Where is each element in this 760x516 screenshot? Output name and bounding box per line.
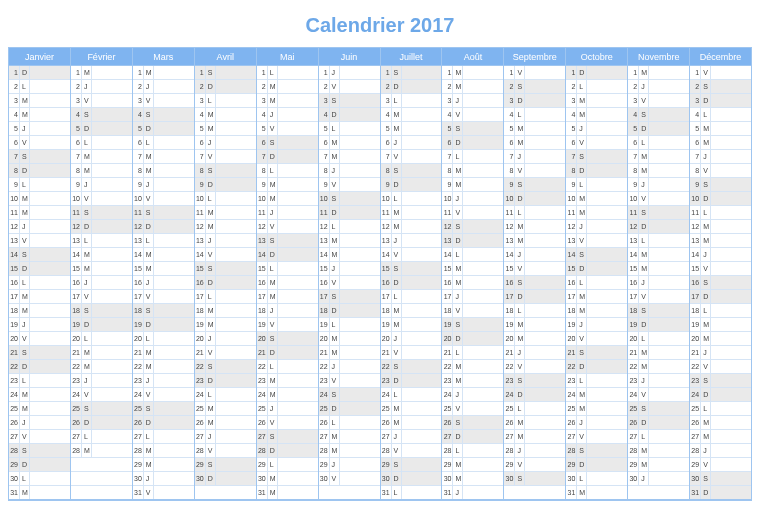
day-number: 2	[504, 80, 515, 93]
day-of-week: M	[392, 122, 402, 135]
day-cell: 2J	[628, 80, 689, 94]
day-cell: 29D	[566, 458, 627, 472]
day-cell: 18M	[566, 304, 627, 318]
day-of-week: J	[453, 94, 463, 107]
day-of-week: V	[20, 430, 30, 443]
day-cell: 16D	[195, 276, 256, 290]
day-cell: 20V	[566, 332, 627, 346]
day-number: 2	[442, 80, 453, 93]
day-of-week: J	[701, 150, 711, 163]
day-number: 20	[9, 332, 20, 345]
day-content	[92, 220, 132, 233]
day-cell: 17D	[504, 290, 565, 304]
day-content	[216, 150, 256, 163]
day-cell: 5M	[690, 122, 751, 136]
day-number: 7	[71, 150, 82, 163]
day-of-week: M	[577, 304, 587, 317]
day-cell: 21J	[690, 346, 751, 360]
day-number: 22	[133, 360, 144, 373]
day-cell: 21L	[442, 346, 503, 360]
day-content	[278, 304, 318, 317]
day-of-week: V	[330, 80, 340, 93]
month-column: Septembre1V2S3D4L5M6M7J8V9S10D11L12M13M1…	[504, 48, 566, 500]
day-content	[30, 248, 70, 261]
day-number: 13	[690, 234, 701, 247]
day-number: 8	[442, 164, 453, 177]
day-number: 15	[442, 262, 453, 275]
day-cell: 4M	[381, 108, 442, 122]
day-content	[587, 374, 627, 387]
day-of-week: S	[701, 80, 711, 93]
day-cell: 16S	[690, 276, 751, 290]
day-of-week: D	[206, 80, 216, 93]
day-content	[92, 430, 132, 443]
day-of-week: J	[206, 430, 216, 443]
day-of-week: D	[639, 220, 649, 233]
day-cell: 9D	[195, 178, 256, 192]
day-of-week: M	[20, 192, 30, 205]
day-content	[649, 346, 689, 359]
day-of-week: S	[639, 206, 649, 219]
day-cell: 26L	[319, 416, 380, 430]
day-of-week: S	[392, 164, 402, 177]
day-number: 25	[566, 402, 577, 415]
day-of-week: M	[577, 388, 587, 401]
day-content	[525, 66, 565, 79]
day-content	[525, 402, 565, 415]
day-of-week: M	[330, 346, 340, 359]
day-content	[340, 80, 380, 93]
day-of-week: D	[392, 276, 402, 289]
day-number: 18	[71, 304, 82, 317]
day-number: 15	[195, 262, 206, 275]
day-number: 8	[257, 164, 268, 177]
day-of-week: D	[577, 360, 587, 373]
day-number: 13	[257, 234, 268, 247]
day-of-week: S	[20, 444, 30, 457]
day-cell: 6J	[381, 136, 442, 150]
day-content	[92, 122, 132, 135]
day-of-week: D	[268, 248, 278, 261]
day-of-week: S	[639, 304, 649, 317]
day-cell: 31L	[381, 486, 442, 500]
day-cell: 19D	[133, 318, 194, 332]
day-of-week: D	[701, 192, 711, 205]
day-cell: 24M	[9, 388, 70, 402]
day-cell: 22D	[566, 360, 627, 374]
day-number: 18	[566, 304, 577, 317]
day-content	[649, 458, 689, 471]
day-content	[463, 234, 503, 247]
day-number: 27	[566, 430, 577, 443]
day-cell: 2M	[442, 80, 503, 94]
day-cell: 1D	[9, 66, 70, 80]
day-of-week: S	[515, 374, 525, 387]
day-number: 2	[628, 80, 639, 93]
day-of-week: L	[144, 332, 154, 345]
day-of-week: D	[330, 304, 340, 317]
day-content	[340, 304, 380, 317]
day-content	[711, 262, 751, 275]
day-number: 13	[9, 234, 20, 247]
day-number: 3	[9, 94, 20, 107]
day-of-week: D	[453, 332, 463, 345]
day-cell: 12J	[9, 220, 70, 234]
day-number: 1	[381, 66, 392, 79]
day-number: 29	[566, 458, 577, 471]
day-content	[92, 346, 132, 359]
day-of-week: M	[453, 472, 463, 485]
day-of-week: L	[515, 402, 525, 415]
day-of-week: J	[639, 178, 649, 191]
day-of-week: L	[268, 66, 278, 79]
day-number: 29	[628, 458, 639, 471]
day-of-week: L	[82, 430, 92, 443]
day-cell: 12M	[690, 220, 751, 234]
day-content	[711, 486, 751, 499]
day-number: 3	[628, 94, 639, 107]
day-number: 25	[9, 402, 20, 415]
day-of-week: V	[268, 220, 278, 233]
day-of-week: D	[144, 416, 154, 429]
day-cell: 27D	[442, 430, 503, 444]
day-number: 5	[690, 122, 701, 135]
day-cell: 22J	[319, 360, 380, 374]
day-cell: 30D	[195, 472, 256, 486]
day-number: 26	[9, 416, 20, 429]
